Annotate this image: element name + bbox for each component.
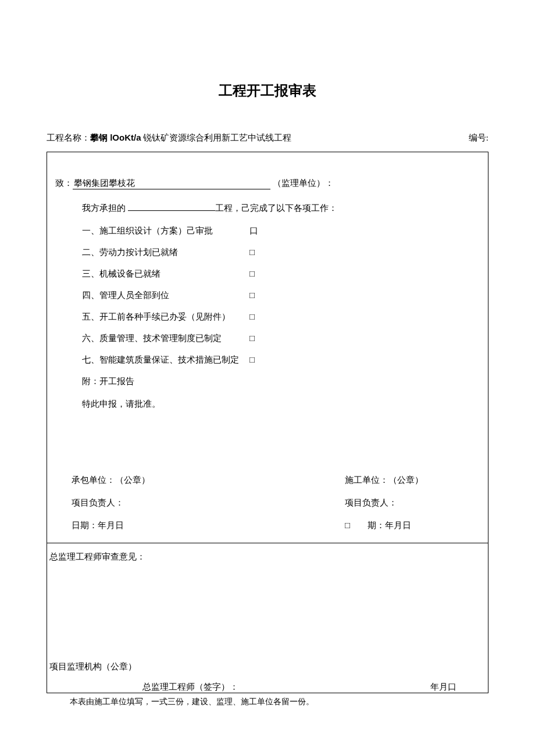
checkbox-icon: 口	[247, 225, 258, 237]
checklist-label: 七、智能建筑质量保证、技术措施已制定	[55, 354, 247, 366]
signature-block: 承包单位：（公章） 施工单位：（公章） 项目负责人： 项目负责人： 日期：年月日…	[55, 475, 480, 531]
checklist-label: 四、管理人员全部到位	[55, 290, 247, 301]
header-row: 工程名称：攀钢 lOoKt/a 锐钛矿资源综合利用新工艺中试线工程 编号:	[47, 132, 488, 144]
review-section: 总监理工程师审查意见： 项目监理机构（公章） 总监理工程师（签字）： 年月口	[47, 543, 488, 693]
checklist-item-6: 六、质量管理、技术管理制度已制定 □	[55, 333, 480, 344]
review-opinion-label: 总监理工程师审查意见：	[49, 551, 486, 562]
checkbox-icon: □	[247, 333, 255, 344]
checkbox-icon: □	[247, 247, 255, 258]
checklist-item-2: 二、劳动力按计划已就绪 □	[55, 247, 480, 258]
project-name-label: 工程名称：	[47, 133, 90, 142]
intro-blank	[128, 202, 215, 211]
intro-suffix: 工程，己完成了以下各项工作：	[215, 203, 337, 213]
construction-unit: 施工单位：（公章）	[345, 475, 472, 486]
right-date-cell: □期：年月日	[345, 520, 472, 531]
form-box: 致：攀钢集团攀枝花（监理单位）： 我方承担的 工程，己完成了以下各项工作： 一、…	[47, 152, 488, 693]
checklist-label: 三、机械设备已就绪	[55, 268, 247, 280]
checklist-item-3: 三、机械设备已就绪 □	[55, 268, 480, 280]
checkbox-icon: □	[247, 268, 255, 280]
checklist-item-4: 四、管理人员全部到位 □	[55, 290, 480, 301]
page-title: 工程开工报审表	[47, 81, 488, 100]
checkbox-icon: □	[247, 290, 255, 301]
left-date: 日期：年月日	[72, 520, 345, 531]
checklist-label: 六、质量管理、技术管理制度已制定	[55, 333, 247, 344]
checklist-label: 一、施工组织设计（方案）己审批	[55, 225, 247, 237]
checklist-item-1: 一、施工组织设计（方案）己审批 口	[55, 225, 480, 237]
to-value: 攀钢集团攀枝花	[73, 178, 270, 189]
checkbox-icon: □	[345, 520, 368, 530]
apply-line: 特此申报，请批准。	[55, 399, 480, 410]
form-number-label: 编号:	[469, 132, 488, 144]
attachment-line: 附：开工报告	[55, 376, 480, 387]
checklist-label: 五、开工前各种手续已办妥（见附件）	[55, 311, 247, 323]
final-signature-row: 总监理工程师（签字）： 年月口	[49, 682, 486, 693]
footnote: 本表由施工单位填写，一式三份，建设、监理、施工单位各留一份。	[47, 697, 488, 707]
chief-engineer-sign: 总监理工程师（签字）：	[142, 682, 430, 693]
contractor-unit: 承包单位：（公章）	[72, 475, 345, 486]
to-suffix: （监理单位）：	[270, 178, 334, 188]
right-person: 项目负责人：	[345, 497, 472, 508]
addressee-line: 致：攀钢集团攀枝花（监理单位）：	[55, 178, 480, 189]
checkbox-icon: □	[247, 354, 255, 366]
project-name-rest: 锐钛矿资源综合利用新工艺中试线工程	[141, 133, 292, 142]
intro-prefix: 我方承担的	[82, 203, 128, 213]
right-date: 期：年月日	[368, 521, 411, 530]
intro-line: 我方承担的 工程，己完成了以下各项工作：	[55, 202, 480, 214]
sign-date: 年月口	[430, 682, 486, 693]
to-label: 致：	[55, 178, 73, 188]
supervision-org: 项目监理机构（公章）	[49, 661, 486, 672]
checkbox-icon: □	[247, 311, 255, 323]
left-person: 项目负责人：	[72, 497, 345, 508]
checklist-item-7: 七、智能建筑质量保证、技术措施已制定 □	[55, 354, 480, 366]
project-name: 工程名称：攀钢 lOoKt/a 锐钛矿资源综合利用新工艺中试线工程	[47, 132, 291, 144]
checklist-item-5: 五、开工前各种手续已办妥（见附件） □	[55, 311, 480, 323]
checklist-label: 二、劳动力按计划已就绪	[55, 247, 247, 258]
project-name-bold: 攀钢 lOoKt/a	[90, 132, 141, 142]
